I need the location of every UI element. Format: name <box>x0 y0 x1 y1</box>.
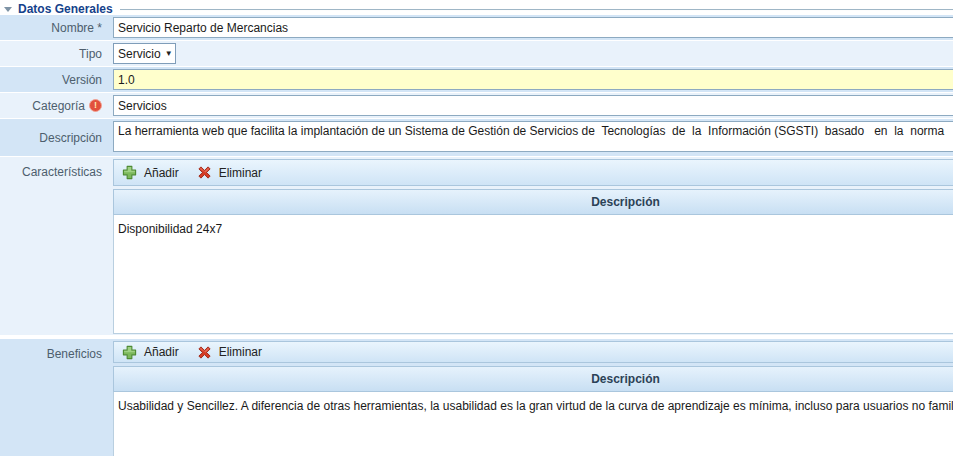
warning-glyph: ! <box>94 101 97 110</box>
caracteristicas-toolbar: Añadir Eliminar <box>113 159 953 186</box>
row-version: Versión <box>0 67 953 93</box>
tipo-select-value: Servicio <box>118 47 161 61</box>
beneficios-delete-button[interactable]: Eliminar <box>197 345 262 360</box>
tipo-label: Tipo <box>0 41 110 66</box>
collapse-arrow-icon[interactable] <box>4 7 12 12</box>
header-divider <box>120 9 953 11</box>
dropdown-arrow-icon: ▼ <box>165 49 173 58</box>
beneficios-label: Beneficios <box>0 339 110 456</box>
version-input[interactable] <box>113 69 953 90</box>
nombre-input[interactable] <box>113 17 953 38</box>
caracteristicas-grid-body: Disponibilidad 24x7 <box>113 215 953 334</box>
row-tipo: Tipo Servicio ▼ <box>0 41 953 67</box>
beneficios-grid-header: Descripción <box>113 366 953 392</box>
beneficios-add-button[interactable]: Añadir <box>122 345 179 360</box>
beneficios-grid-body: Usabilidad y Sencillez. A diferencia de … <box>113 392 953 456</box>
beneficios-toolbar: Añadir Eliminar <box>113 341 953 363</box>
row-categoria: Categoría ! <box>0 93 953 119</box>
caracteristicas-add-button[interactable]: Añadir <box>122 165 179 180</box>
row-nombre: Nombre * <box>0 15 953 41</box>
plus-icon <box>122 345 137 360</box>
delete-button-label: Eliminar <box>219 345 262 359</box>
caracteristicas-grid-header: Descripción <box>113 189 953 215</box>
version-label: Versión <box>0 67 110 92</box>
descripcion-label: Descripción <box>0 119 110 156</box>
row-caracteristicas: Características Añadir Eliminar <box>0 157 953 336</box>
warning-icon: ! <box>89 99 102 112</box>
datos-generales-panel: Datos Generales Nombre * Tipo Servicio ▼… <box>0 0 953 457</box>
descripcion-textarea[interactable]: La herramienta web que facilita la impla… <box>113 121 953 152</box>
caracteristicas-grid: Descripción Disponibilidad 24x7 <box>113 189 953 334</box>
tipo-select[interactable]: Servicio ▼ <box>113 43 176 64</box>
plus-icon <box>122 165 137 180</box>
add-button-label: Añadir <box>144 345 179 359</box>
x-icon <box>197 165 212 180</box>
caracteristicas-label: Características <box>0 157 110 335</box>
beneficios-grid-row[interactable]: Usabilidad y Sencillez. A diferencia de … <box>114 392 953 413</box>
section-header: Datos Generales <box>0 0 953 15</box>
delete-button-label: Eliminar <box>219 166 262 180</box>
caracteristicas-delete-button[interactable]: Eliminar <box>197 165 262 180</box>
beneficios-grid: Descripción Usabilidad y Sencillez. A di… <box>113 366 953 456</box>
row-descripcion: Descripción La herramienta web que facil… <box>0 119 953 157</box>
row-beneficios: Beneficios Añadir Eliminar <box>0 339 953 457</box>
categoria-label: Categoría ! <box>0 93 110 118</box>
categoria-label-text: Categoría <box>32 99 85 113</box>
x-icon <box>197 345 212 360</box>
section-title: Datos Generales <box>18 2 113 16</box>
caracteristicas-grid-row[interactable]: Disponibilidad 24x7 <box>114 215 953 236</box>
nombre-label: Nombre * <box>0 15 110 40</box>
categoria-input[interactable] <box>113 95 953 116</box>
add-button-label: Añadir <box>144 166 179 180</box>
